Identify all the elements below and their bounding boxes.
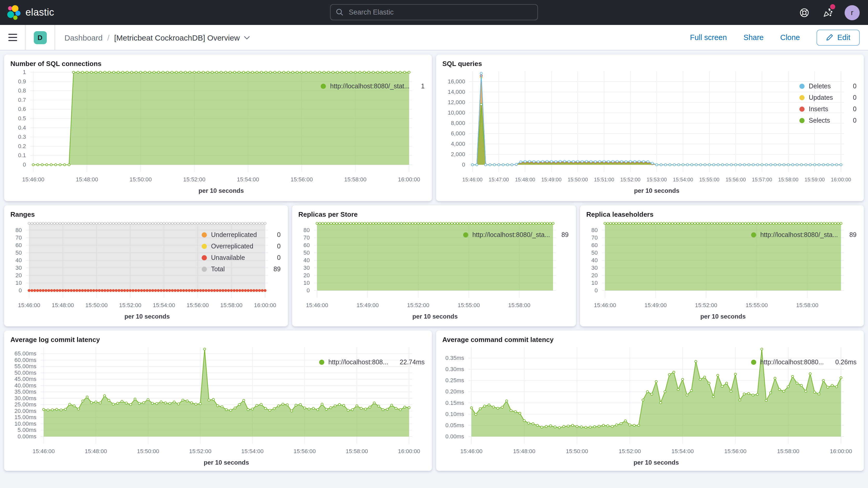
clone-button[interactable]: Clone: [780, 33, 800, 41]
menu-icon[interactable]: [0, 25, 26, 50]
panel-replicas-per-store: Replicas per Store 15:46:0015:49:0015:52…: [292, 205, 576, 326]
svg-text:40: 40: [16, 257, 22, 264]
search-input[interactable]: [348, 8, 532, 17]
legend-item[interactable]: Deletes0: [799, 83, 857, 90]
svg-text:0.8: 0.8: [18, 87, 26, 94]
breadcrumb-dashboard-link[interactable]: Dashboard: [64, 33, 103, 42]
legend-item[interactable]: http://localhost:8080...0.26ms: [751, 359, 857, 366]
legend-item[interactable]: Underreplicated0: [202, 231, 281, 239]
share-button[interactable]: Share: [744, 33, 764, 41]
svg-text:15:54:00: 15:54:00: [241, 448, 264, 455]
svg-text:16,000: 16,000: [448, 78, 465, 85]
legend-value: 0: [846, 117, 857, 124]
legend-item[interactable]: Inserts0: [799, 105, 857, 113]
breadcrumb: Dashboard / [Metricbeat CockroachDB] Ove…: [55, 33, 250, 42]
legend-label: Inserts: [809, 105, 828, 113]
svg-text:15:49:00: 15:49:00: [356, 302, 379, 308]
svg-text:15:46:00: 15:46:00: [306, 302, 328, 308]
svg-text:15:52:00: 15:52:00: [695, 302, 717, 308]
svg-text:0.15ms: 0.15ms: [445, 400, 464, 406]
legend-series-dot: [202, 232, 207, 238]
svg-text:15:56:00: 15:56:00: [724, 448, 747, 455]
whats-new-icon[interactable]: [821, 6, 834, 19]
legend-item[interactable]: http://localhost:8080/_sta...89: [751, 231, 857, 239]
svg-text:15:47:00: 15:47:00: [489, 177, 509, 182]
legend-series-dot: [799, 118, 805, 123]
x-axis-label: per 10 seconds: [701, 313, 746, 320]
svg-text:80: 80: [16, 227, 22, 233]
chart-sql-connections[interactable]: 15:46:0015:48:0015:50:0015:52:0015:54:00…: [7, 69, 313, 201]
global-search[interactable]: [330, 4, 538, 20]
svg-text:70: 70: [304, 234, 310, 241]
svg-text:0.4: 0.4: [18, 124, 26, 131]
legend-value: 89: [266, 266, 281, 273]
legend-item[interactable]: http://localhost:8080/_stat...1: [321, 83, 425, 90]
legend-item[interactable]: Unavailable0: [202, 254, 281, 262]
svg-text:0: 0: [307, 287, 310, 294]
legend-series-dot: [321, 84, 326, 89]
dashboard-title[interactable]: [Metricbeat CockroachDB] Overview: [114, 33, 250, 42]
chart-legend: http://localhost:8080...0.26ms: [744, 345, 860, 471]
legend-series-dot: [319, 360, 324, 365]
legend-label: Deletes: [809, 83, 831, 90]
notification-dot: [830, 4, 835, 9]
elastic-logo[interactable]: elastic: [0, 5, 54, 20]
chart-command-commit-latency[interactable]: 15:46:0015:48:0015:50:0015:52:0015:54:00…: [439, 345, 744, 471]
dashboard-badge[interactable]: D: [33, 31, 46, 44]
svg-text:60: 60: [304, 242, 310, 248]
chart-replica-leaseholders[interactable]: 15:46:0015:49:0015:52:0015:55:0015:58:00…: [583, 220, 744, 326]
svg-text:15:48:00: 15:48:00: [515, 177, 535, 182]
svg-text:45.00ms: 45.00ms: [14, 376, 36, 382]
svg-text:40: 40: [304, 257, 310, 264]
svg-text:10: 10: [304, 280, 310, 286]
legend-label: http://localhost:8080/_stat...: [330, 83, 410, 90]
legend-series-dot: [751, 360, 756, 365]
svg-text:0.25ms: 0.25ms: [445, 377, 464, 384]
chart-sql-queries[interactable]: 15:46:0015:47:0015:48:0015:49:0015:50:00…: [439, 69, 792, 201]
svg-text:15:48:00: 15:48:00: [52, 302, 74, 308]
legend-item[interactable]: http://localhost:8080/_sta...89: [463, 231, 569, 239]
legend-item[interactable]: Total89: [202, 266, 281, 273]
panel-title: Ranges: [4, 205, 288, 220]
svg-text:25.00ms: 25.00ms: [14, 401, 36, 408]
legend-value: 0: [270, 231, 281, 239]
help-icon[interactable]: [798, 6, 810, 19]
toolbar-right: Full screen Share Clone Edit: [690, 29, 868, 45]
legend-item[interactable]: Updates0: [799, 94, 857, 101]
svg-text:15:54:00: 15:54:00: [672, 448, 694, 455]
chart-log-commit-latency[interactable]: 15:46:0015:48:0015:50:0015:52:0015:54:00…: [7, 345, 312, 471]
top-chrome-bar: elastic: [0, 0, 868, 25]
chart-replicas-per-store[interactable]: 15:46:0015:49:0015:52:0015:55:0015:58:00…: [295, 220, 456, 326]
legend-series-dot: [202, 244, 207, 249]
pencil-icon: [826, 34, 833, 41]
svg-text:50: 50: [591, 249, 598, 256]
legend-item[interactable]: Selects0: [799, 117, 857, 124]
svg-text:0.00ms: 0.00ms: [18, 433, 36, 440]
svg-text:12,000: 12,000: [448, 99, 465, 105]
svg-text:30: 30: [591, 265, 598, 271]
svg-text:60: 60: [591, 242, 598, 248]
legend-item[interactable]: Overreplicated0: [202, 243, 281, 250]
chart-plot[interactable]: 15:46:0015:47:0015:48:0015:49:0015:50:00…: [439, 69, 849, 197]
legend-label: http://localhost:808...: [328, 359, 388, 366]
legend-label: Selects: [809, 117, 830, 124]
svg-text:0: 0: [595, 287, 598, 294]
edit-button[interactable]: Edit: [816, 29, 860, 45]
svg-text:30.00ms: 30.00ms: [14, 395, 36, 401]
user-avatar[interactable]: r: [845, 5, 860, 20]
svg-text:8,000: 8,000: [451, 120, 465, 126]
svg-text:2,000: 2,000: [451, 151, 465, 157]
svg-text:0: 0: [23, 161, 26, 168]
svg-text:15:55:00: 15:55:00: [699, 177, 720, 182]
panel-title: Replicas per Store: [292, 205, 576, 220]
svg-text:15:46:00: 15:46:00: [18, 302, 40, 308]
svg-text:5.00ms: 5.00ms: [18, 427, 36, 433]
full-screen-button[interactable]: Full screen: [690, 33, 727, 41]
toolbar-left: D Dashboard / [Metricbeat CockroachDB] O…: [0, 25, 250, 50]
svg-text:15:50:00: 15:50:00: [566, 448, 588, 455]
panel-replica-leaseholders: Replica leaseholders 15:46:0015:49:0015:…: [580, 205, 864, 326]
legend-item[interactable]: http://localhost:808...22.74ms: [319, 359, 425, 366]
edit-button-label: Edit: [837, 33, 850, 41]
svg-text:0: 0: [462, 161, 465, 168]
chart-ranges[interactable]: 15:46:0015:48:0015:50:0015:52:0015:54:00…: [7, 220, 194, 326]
